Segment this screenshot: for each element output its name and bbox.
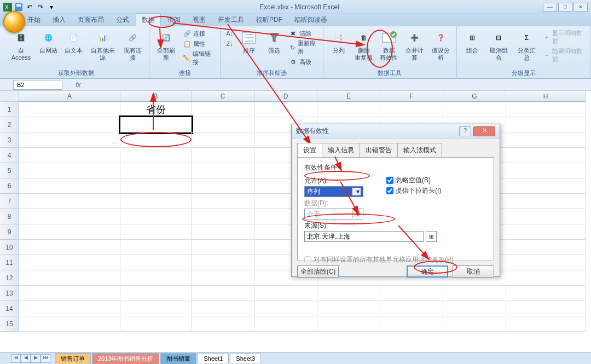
refresh-all-button[interactable]: 🔄全部刷新 [153, 28, 179, 62]
cell[interactable] [192, 316, 254, 332]
cell[interactable] [120, 148, 192, 163]
cell[interactable] [19, 240, 120, 255]
cell[interactable] [192, 102, 254, 117]
show-detail-button[interactable]: +显示明细数据 [541, 28, 587, 46]
sheet-nav-last[interactable]: ⏭ [40, 354, 50, 363]
cell[interactable] [120, 224, 192, 240]
cell[interactable] [317, 286, 380, 301]
properties-button[interactable]: 📋属性 [181, 39, 217, 49]
cell[interactable] [120, 255, 192, 270]
clear-all-button[interactable]: 全部清除(C) [297, 265, 339, 278]
undo-icon[interactable]: ↶ [25, 3, 34, 11]
cell[interactable] [380, 316, 443, 332]
source-input[interactable] [304, 231, 424, 242]
advanced-button[interactable]: ⚙高级 [287, 57, 320, 67]
sheet-tab[interactable]: Sheet1 [198, 354, 229, 363]
tab-pagelayout[interactable]: 页面布局 [72, 14, 109, 26]
cell[interactable] [19, 132, 120, 148]
cell[interactable] [192, 270, 254, 286]
row-header[interactable]: 7 [0, 194, 19, 209]
cell[interactable] [506, 163, 586, 178]
col-header[interactable]: E [317, 91, 380, 102]
cell[interactable] [506, 209, 586, 224]
cell[interactable] [192, 209, 254, 224]
fx-icon[interactable]: fx [76, 81, 80, 89]
cell[interactable] [120, 316, 192, 332]
cell[interactable] [120, 286, 192, 301]
row-header[interactable]: 1 [0, 102, 19, 117]
from-access-button[interactable]: 🗄️自 Access [7, 28, 36, 62]
from-other-button[interactable]: 📊自其他来源 [87, 28, 119, 62]
cell[interactable] [19, 163, 120, 178]
dropdown-arrow-checkbox[interactable]: 提供下拉箭头(I) [386, 186, 441, 195]
name-box[interactable]: B2 [13, 80, 62, 90]
connections-button[interactable]: 🔗连接 [181, 28, 217, 38]
cell[interactable] [120, 240, 192, 255]
cell[interactable] [443, 286, 506, 301]
chevron-down-icon[interactable]: ▾ [352, 188, 361, 195]
cell[interactable] [317, 316, 380, 332]
cell[interactable] [120, 209, 192, 224]
office-orb-button[interactable] [3, 11, 25, 33]
dialog-titlebar[interactable]: 数据有效性 ? ✕ [292, 124, 500, 138]
tab-data[interactable]: 数据 [136, 13, 161, 26]
cell[interactable] [19, 270, 120, 286]
group-button[interactable]: ⊞组合 [460, 28, 484, 55]
cell[interactable] [19, 178, 120, 194]
sort-button[interactable]: 排序 [237, 28, 261, 55]
ungroup-button[interactable]: ⊟取消组合 [485, 28, 512, 62]
cell[interactable] [254, 102, 317, 117]
tab-foxitreader[interactable]: 福昕阅读器 [289, 14, 333, 26]
tab-view[interactable]: 视图 [187, 14, 211, 26]
cell[interactable] [506, 224, 586, 240]
row-header[interactable]: 3 [0, 132, 19, 148]
row-header[interactable]: 8 [0, 209, 19, 224]
tab-formulas[interactable]: 公式 [111, 14, 135, 26]
sheet-tab[interactable]: Sheet3 [230, 354, 261, 363]
row-header[interactable]: 2 [0, 117, 19, 132]
cell[interactable] [19, 117, 120, 132]
sheet-nav-next[interactable]: ▶ [31, 354, 40, 363]
cell[interactable] [506, 194, 586, 209]
cell[interactable] [506, 301, 586, 316]
cell[interactable] [192, 132, 254, 148]
remove-dup-button[interactable]: 🗑删除 重复项 [352, 28, 376, 62]
tab-ime[interactable]: 输入法模式 [397, 143, 442, 157]
cell[interactable] [120, 194, 192, 209]
cell[interactable] [120, 163, 192, 178]
reapply-button[interactable]: ↻重新应用 [287, 39, 320, 56]
sheet-nav-prev[interactable]: ◀ [21, 354, 31, 363]
from-text-button[interactable]: 📄自文本 [62, 28, 86, 55]
row-header[interactable]: 5 [0, 163, 19, 178]
cell[interactable] [506, 316, 586, 332]
sort-desc-button[interactable]: Z↓ [224, 39, 236, 49]
cell[interactable] [19, 255, 120, 270]
tab-review[interactable]: 审阅 [162, 14, 186, 26]
tab-error-alert[interactable]: 出错警告 [360, 143, 398, 157]
sheet-nav-first[interactable]: ⏮ [11, 354, 21, 363]
cell[interactable] [192, 117, 254, 132]
cell[interactable] [192, 286, 254, 301]
cell[interactable] [317, 102, 380, 117]
cell[interactable]: 省份 [120, 102, 192, 117]
row-header[interactable]: 12 [0, 270, 19, 286]
cell[interactable] [19, 316, 120, 332]
cell[interactable] [192, 178, 254, 194]
ignore-blank-checkbox[interactable]: 忽略空值(B) [386, 176, 441, 185]
cell[interactable] [120, 117, 192, 132]
dialog-close-button[interactable]: ✕ [473, 126, 495, 136]
cell[interactable] [192, 255, 254, 270]
col-header[interactable]: H [506, 91, 586, 102]
cell[interactable] [192, 148, 254, 163]
sheet-tab[interactable]: 销售订单 [55, 353, 91, 364]
row-header[interactable]: 14 [0, 301, 19, 316]
cancel-button[interactable]: 取消 [453, 265, 494, 278]
cell[interactable] [19, 209, 120, 224]
row-header[interactable]: 6 [0, 178, 19, 194]
cell[interactable] [120, 301, 192, 316]
cell[interactable] [120, 178, 192, 194]
col-header[interactable]: G [443, 91, 506, 102]
text-to-cols-button[interactable]: 📑分列 [327, 28, 351, 55]
whatif-button[interactable]: ❓假设分析 [428, 28, 453, 62]
cell[interactable] [192, 163, 254, 178]
